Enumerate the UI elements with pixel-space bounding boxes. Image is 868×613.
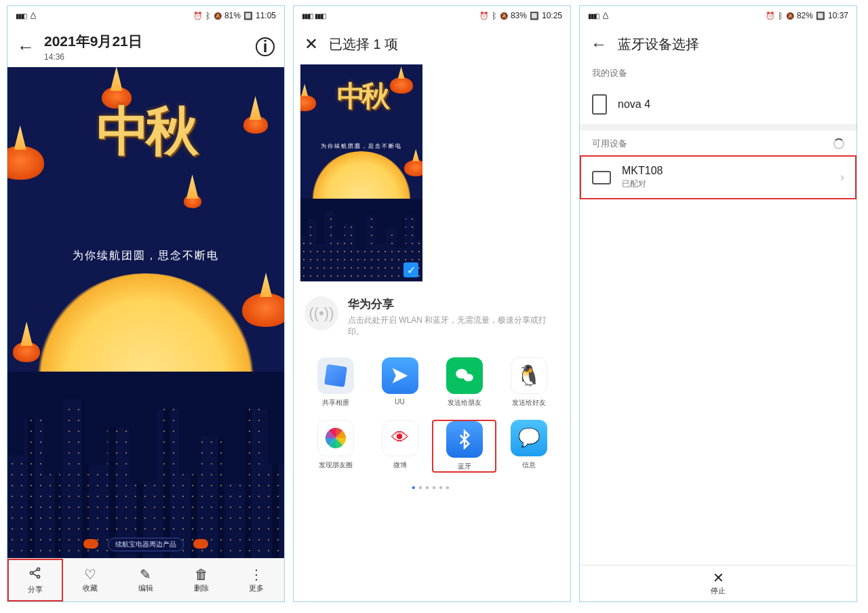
loading-spinner-icon <box>833 138 844 149</box>
photo-time: 14:36 <box>44 52 142 62</box>
battery-icon <box>243 11 253 20</box>
page-title: 蓝牙设备选择 <box>618 35 699 54</box>
photo-date: 2021年9月21日 <box>44 32 142 51</box>
screen-bluetooth-picker: 82% 10:37 ← 蓝牙设备选择 我的设备 nova 4 可用设备 MKT1… <box>579 5 857 602</box>
header: ← 蓝牙设备选择 <box>580 25 856 60</box>
status-bar: 82% 10:37 <box>580 6 856 25</box>
stop-button[interactable]: ✕ 停止 <box>580 565 856 601</box>
huawei-share-title: 华为分享 <box>348 296 551 312</box>
app-bluetooth[interactable]: 蓝牙 <box>432 420 496 473</box>
toolbar-share-label: 分享 <box>28 585 43 595</box>
close-button[interactable]: ✕ <box>304 35 318 54</box>
signal-icon <box>588 11 598 20</box>
alarm-icon <box>479 11 489 20</box>
back-button[interactable]: ← <box>17 38 35 56</box>
toolbar-delete[interactable]: 🗑 删除 <box>174 559 229 601</box>
selected-thumbnail[interactable]: 中秋 为你续航团圆，思念不断电 ✓ <box>300 64 422 281</box>
app-label: 信息 <box>522 460 536 470</box>
app-label: 共享相册 <box>322 398 349 408</box>
bluetooth-icon <box>492 11 497 21</box>
wechat-icon <box>446 357 483 394</box>
edit-icon: ✎ <box>140 568 151 581</box>
toolbar-favorite-label: 收藏 <box>83 583 98 593</box>
screen-gallery-detail: 81% 11:05 ← 2021年9月21日 14:36 i 中秋 为你续航团圆… <box>7 5 285 602</box>
page-indicator: ●●●●●● <box>294 477 570 499</box>
my-device-row[interactable]: nova 4 <box>580 85 856 124</box>
wifi-icon <box>601 10 610 21</box>
info-button[interactable]: i <box>256 37 275 56</box>
poster-title: 中秋 <box>7 96 284 167</box>
close-icon: ✕ <box>713 571 724 585</box>
svg-line-4 <box>33 574 37 576</box>
available-devices-header: 可用设备 <box>580 131 856 155</box>
toolbar-more-label: 更多 <box>249 583 264 593</box>
app-shared-album[interactable]: 共享相册 <box>303 357 368 408</box>
status-time: 11:05 <box>256 11 276 20</box>
poster-title: 中秋 <box>300 77 422 115</box>
header: ← 2021年9月21日 14:36 i <box>7 25 284 67</box>
app-wechat[interactable]: 发送给朋友 <box>432 357 496 408</box>
qq-icon <box>511 357 547 394</box>
status-time: 10:37 <box>828 11 848 20</box>
toolbar-favorite[interactable]: ♡ 收藏 <box>63 559 119 601</box>
mute-icon <box>500 11 508 20</box>
app-uu[interactable]: UU <box>368 357 432 408</box>
share-app-grid: 共享相册 UU 发送给朋友 发送给好友 <box>294 345 570 477</box>
toolbar-edit-label: 编辑 <box>138 583 153 593</box>
battery-icon <box>530 11 539 20</box>
toolbar-share[interactable]: 分享 <box>7 559 63 601</box>
app-moments[interactable]: 发现朋友圈 <box>303 420 368 473</box>
alarm-icon <box>766 11 775 20</box>
folder-icon <box>317 357 354 394</box>
app-label: 发送给好友 <box>512 398 546 408</box>
check-icon: ✓ <box>403 262 418 277</box>
stop-label: 停止 <box>711 586 726 596</box>
toolbar-edit[interactable]: ✎ 编辑 <box>118 559 174 601</box>
poster-tagline: 为你续航团圆，思念不断电 <box>300 142 422 150</box>
app-label: 发现朋友圈 <box>319 460 353 470</box>
available-device-row[interactable]: MKT108 已配对 › <box>580 155 856 199</box>
back-button[interactable]: ← <box>591 35 607 54</box>
device-name: MKT108 <box>622 165 663 177</box>
huawei-share-row[interactable]: ((•)) 华为分享 点击此处开启 WLAN 和蓝牙，无需流量，极速分享或打印。 <box>294 284 570 345</box>
bluetooth-icon <box>778 11 783 21</box>
app-label: 蓝牙 <box>458 462 471 471</box>
signal-icon <box>16 11 26 20</box>
toolbar-more[interactable]: ⋮ 更多 <box>229 559 284 601</box>
signal-icon <box>315 11 325 20</box>
weibo-icon <box>382 420 418 456</box>
uu-icon <box>382 357 418 394</box>
app-messages[interactable]: 信息 <box>496 420 561 473</box>
battery-percent: 83% <box>511 11 527 20</box>
poster-footer-chip: 续航宝电器周边产品 <box>108 538 184 551</box>
alarm-icon <box>193 11 203 20</box>
chevron-right-icon: › <box>840 170 844 184</box>
available-devices-label: 可用设备 <box>592 138 627 150</box>
wifi-icon <box>28 10 38 21</box>
selection-title: 已选择 1 项 <box>329 35 398 54</box>
app-qq[interactable]: 发送给好友 <box>496 357 561 408</box>
messages-icon <box>511 420 547 456</box>
battery-icon <box>816 11 825 20</box>
poster-tagline: 为你续航团圆，思念不断电 <box>7 249 284 263</box>
my-devices-label: 我的设备 <box>580 60 856 85</box>
photo-viewport[interactable]: 中秋 为你续航团圆，思念不断电 续航宝电器周边产品 <box>7 67 284 558</box>
laptop-icon <box>592 171 611 184</box>
signal-icon <box>302 11 312 20</box>
app-weibo[interactable]: 微博 <box>368 420 432 473</box>
svg-point-2 <box>37 575 39 578</box>
phone-icon <box>592 94 607 115</box>
bottom-toolbar: 分享 ♡ 收藏 ✎ 编辑 🗑 删除 ⋮ 更多 <box>7 558 284 601</box>
huawei-share-desc: 点击此处开启 WLAN 和蓝牙，无需流量，极速分享或打印。 <box>348 315 551 338</box>
app-label: 发送给朋友 <box>448 398 481 408</box>
battery-percent: 82% <box>797 11 813 20</box>
moments-icon <box>317 420 354 456</box>
share-icon <box>28 566 43 582</box>
mute-icon <box>786 11 794 20</box>
toolbar-delete-label: 删除 <box>194 583 209 593</box>
app-label: 微博 <box>393 460 407 470</box>
bluetooth-app-icon <box>446 421 483 458</box>
my-device-name: nova 4 <box>618 98 650 111</box>
trash-icon: 🗑 <box>195 568 208 581</box>
heart-icon: ♡ <box>84 568 96 581</box>
